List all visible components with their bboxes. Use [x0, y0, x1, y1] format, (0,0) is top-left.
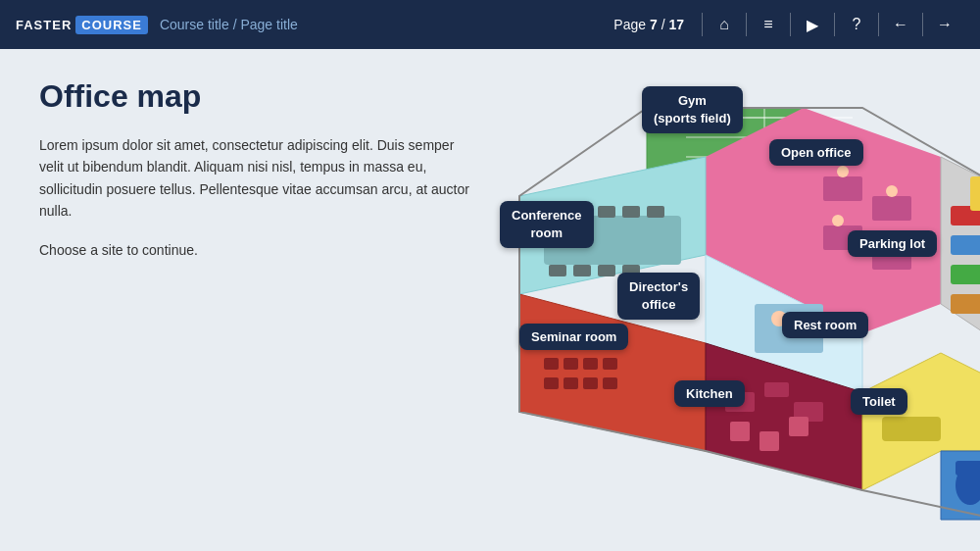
- header-right: Page 7 / 17 ⌂ ≡ ▶ ? ← →: [613, 0, 964, 49]
- map-area: Gym(sports field) Open office Conference…: [490, 78, 941, 531]
- divider: [878, 13, 879, 36]
- svg-rect-55: [760, 431, 779, 451]
- help-button[interactable]: ?: [837, 0, 876, 49]
- svg-rect-43: [564, 358, 578, 370]
- svg-rect-35: [951, 294, 980, 314]
- page-indicator: Page 7 / 17: [613, 17, 684, 32]
- back-button[interactable]: ←: [881, 0, 920, 49]
- svg-point-14: [886, 185, 898, 197]
- svg-rect-22: [622, 206, 640, 218]
- logo: FASTER COURSE: [16, 16, 148, 34]
- gym-label[interactable]: Gym(sports field): [642, 86, 743, 133]
- svg-rect-42: [544, 358, 559, 370]
- play-button[interactable]: ▶: [793, 0, 832, 49]
- directors-office-label[interactable]: Director'soffice: [617, 273, 700, 320]
- svg-rect-24: [549, 265, 566, 276]
- body-text: Lorem ipsum dolor sit amet, consectetur …: [39, 134, 470, 223]
- logo-course: COURSE: [75, 16, 148, 34]
- rest-room-label[interactable]: Rest room: [782, 312, 868, 338]
- svg-rect-34: [951, 265, 980, 284]
- svg-rect-46: [544, 377, 559, 389]
- svg-rect-61: [956, 461, 980, 476]
- svg-rect-52: [764, 382, 789, 397]
- svg-rect-21: [598, 206, 615, 218]
- logo-faster: FASTER: [16, 18, 72, 32]
- main-content: Office map Lorem ipsum dolor sit amet, c…: [0, 49, 980, 551]
- svg-rect-33: [951, 235, 980, 255]
- svg-rect-47: [564, 377, 578, 389]
- left-panel: Office map Lorem ipsum dolor sit amet, c…: [39, 78, 470, 531]
- svg-rect-36: [970, 176, 980, 211]
- forward-button[interactable]: →: [925, 0, 964, 49]
- divider: [834, 13, 835, 36]
- open-office-label[interactable]: Open office: [769, 139, 863, 166]
- toilet-label[interactable]: Toilet: [851, 388, 907, 415]
- header-left: FASTER COURSE Course title / Page title: [16, 16, 298, 34]
- divider: [790, 13, 791, 36]
- parking-lot-label[interactable]: Parking lot: [848, 230, 937, 257]
- svg-rect-23: [647, 206, 664, 218]
- svg-rect-9: [823, 176, 862, 201]
- kitchen-label[interactable]: Kitchen: [674, 380, 745, 407]
- svg-rect-56: [789, 417, 808, 436]
- page-heading: Office map: [39, 78, 470, 115]
- app-header: FASTER COURSE Course title / Page title …: [0, 0, 980, 49]
- svg-rect-48: [583, 377, 598, 389]
- svg-rect-58: [882, 417, 941, 441]
- svg-point-13: [837, 166, 849, 177]
- home-button[interactable]: ⌂: [705, 0, 744, 49]
- cta-text: Choose a site to continue.: [39, 242, 470, 258]
- svg-rect-26: [598, 265, 615, 276]
- svg-point-15: [832, 215, 844, 226]
- divider: [922, 13, 923, 36]
- divider: [746, 13, 747, 36]
- seminar-room-label[interactable]: Seminar room: [519, 324, 628, 350]
- svg-rect-44: [583, 358, 598, 370]
- office-map-svg: [490, 78, 980, 529]
- svg-rect-45: [603, 358, 617, 370]
- svg-rect-54: [730, 422, 750, 441]
- menu-button[interactable]: ≡: [749, 0, 788, 49]
- conference-room-label[interactable]: Conferenceroom: [500, 201, 594, 248]
- divider: [702, 13, 703, 36]
- svg-rect-10: [872, 196, 911, 221]
- course-title: Course title / Page title: [160, 17, 298, 32]
- svg-rect-25: [573, 265, 591, 276]
- svg-rect-49: [603, 377, 617, 389]
